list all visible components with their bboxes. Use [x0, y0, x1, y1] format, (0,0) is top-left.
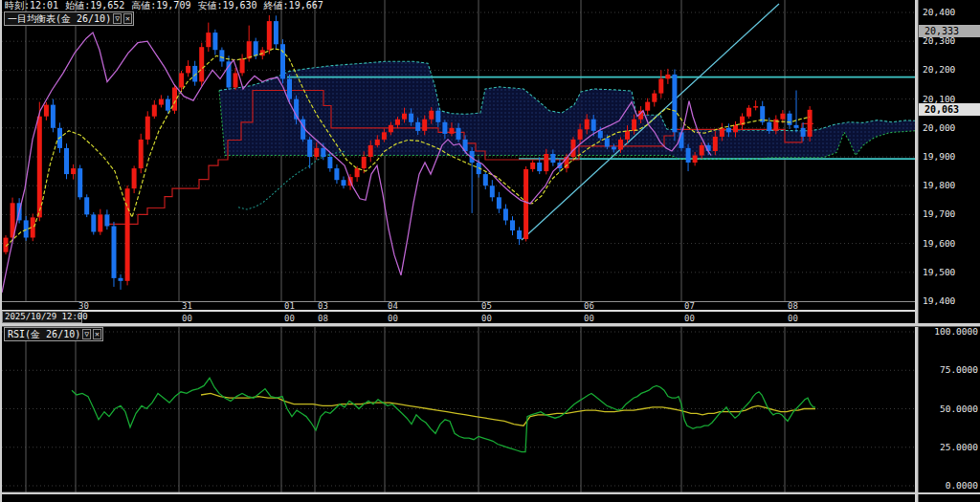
candle — [788, 114, 792, 125]
candle — [517, 230, 522, 239]
candle — [503, 208, 508, 220]
session-time-label: 00 — [684, 314, 695, 323]
close-icon[interactable]: ✕ — [123, 13, 132, 24]
candle — [429, 111, 434, 120]
rsi-axis-label: 50.0000 — [940, 404, 978, 415]
price-axis-label: 20,400 — [923, 7, 955, 18]
price-chart-canvas[interactable]: 3031000100030804000500060007000800 — [2, 0, 915, 324]
candle — [267, 21, 272, 50]
session-time-label: 00 — [388, 314, 398, 323]
rsi-chart-canvas[interactable] — [2, 326, 915, 502]
candle — [442, 122, 447, 134]
candle — [206, 33, 211, 47]
candle — [544, 154, 548, 171]
readout-close: 終値:19,667 — [264, 0, 323, 11]
price-axis: 20,333 20,063 20,40020,30020,20020,10020… — [919, 0, 980, 324]
price-axis-label: 19,500 — [923, 267, 955, 278]
vertical-pane-divider[interactable] — [915, 0, 919, 502]
candle — [51, 105, 56, 128]
candle — [152, 105, 157, 117]
candle — [362, 157, 367, 168]
candle — [720, 128, 724, 137]
candle — [578, 129, 583, 140]
candle — [550, 154, 555, 163]
candle — [321, 148, 325, 157]
candle — [172, 88, 177, 111]
rsi-axis: 100.000075.000050.000025.00000.0000 — [919, 326, 980, 502]
price-axis-label: 19,400 — [923, 295, 955, 307]
candle — [753, 106, 758, 108]
rsi-chart-pane[interactable] — [2, 326, 915, 502]
candle — [801, 128, 806, 137]
candle — [375, 140, 380, 145]
candle — [652, 94, 657, 102]
close-icon[interactable]: ✕ — [93, 329, 101, 339]
candle — [314, 148, 319, 157]
price-chart-pane[interactable]: 3031000100030804000500060007000800 2025/… — [2, 0, 915, 324]
candle — [247, 41, 252, 58]
candle — [645, 102, 650, 111]
candle — [199, 47, 204, 81]
candle — [389, 125, 393, 133]
tab-ichimoku-label: 一目均衡表(金 26/10) — [8, 13, 111, 25]
candle — [497, 197, 501, 208]
session-date-label: 05 — [481, 301, 492, 311]
candle — [24, 220, 29, 237]
candle — [808, 110, 813, 137]
candle — [71, 168, 76, 174]
cursor-datetime-badge: 2025/10/29 12:00 — [2, 311, 82, 323]
candle — [119, 278, 123, 281]
price-axis-label: 20,000 — [923, 122, 955, 134]
ohlc-readout-bar: 時刻:12:01始値:19,652高値:19,709安値:19,630終値:19… — [5, 0, 330, 11]
session-time-label: 00 — [788, 314, 798, 323]
candle — [307, 140, 312, 157]
candle — [395, 120, 400, 125]
tab-rsi[interactable]: RSI(金 26/10) ▽ ✕ — [4, 327, 103, 341]
candle — [287, 79, 292, 99]
candle — [435, 111, 440, 122]
candle — [726, 128, 731, 133]
candle — [125, 188, 130, 281]
candle — [510, 220, 515, 230]
candle — [368, 145, 373, 157]
candle — [234, 73, 238, 87]
candle — [733, 125, 738, 133]
candle — [212, 33, 217, 50]
session-date-label: 06 — [584, 301, 594, 311]
collapse-icon[interactable]: ▽ — [82, 329, 91, 339]
candle — [219, 50, 224, 61]
price-axis-label: 19,600 — [923, 238, 955, 250]
candle — [382, 132, 387, 140]
candle — [240, 58, 245, 73]
candle — [672, 75, 677, 132]
candle — [591, 120, 596, 131]
candle — [254, 41, 258, 55]
candle — [632, 120, 636, 131]
candle — [625, 131, 630, 140]
price-axis-label: 19,700 — [923, 208, 955, 220]
candle — [457, 128, 461, 140]
rsi-axis-label: 100.0000 — [934, 326, 978, 338]
candle — [342, 180, 346, 186]
session-time-label: 00 — [481, 314, 492, 323]
last-price-badge: 20,063 — [919, 103, 980, 116]
candle — [523, 169, 528, 239]
candle — [409, 114, 413, 122]
readout-high: 高値:19,709 — [131, 0, 190, 11]
price-axis-label: 19,800 — [923, 180, 955, 191]
candle — [91, 214, 96, 231]
readout-low: 安値:19,630 — [197, 0, 256, 11]
candle — [274, 21, 278, 44]
collapse-icon[interactable]: ▽ — [113, 13, 122, 24]
candle — [605, 138, 610, 146]
candle — [78, 168, 82, 197]
tab-ichimoku[interactable]: 一目均衡表(金 26/10) ▽ ✕ — [4, 11, 134, 26]
candle — [104, 214, 109, 226]
price-axis-label: 20,200 — [923, 64, 955, 76]
horizontal-pane-divider[interactable] — [2, 323, 980, 327]
candle — [665, 75, 670, 79]
candle — [422, 120, 427, 131]
candle — [585, 120, 590, 130]
session-date-label: 03 — [318, 301, 328, 311]
session-time-label: 00 — [182, 314, 192, 323]
